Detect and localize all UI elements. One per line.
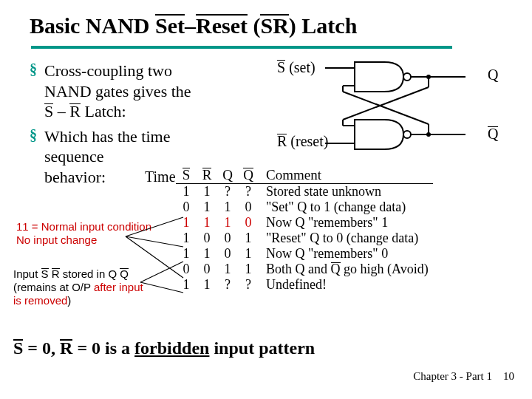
- svg-point-10: [426, 75, 431, 79]
- bullet-icon: §: [30, 61, 37, 78]
- table-header: S R Q Q Comment: [176, 167, 433, 184]
- signal-r-label: R (reset): [277, 133, 328, 150]
- forbidden-note: S = 0, R = 0 is a forbidden input patter…: [13, 338, 315, 358]
- table-row: 0110"Set" Q to 1 (change data): [176, 200, 433, 215]
- table-row: 1101Now Q "remembers" 0: [176, 246, 433, 262]
- svg-point-15: [426, 132, 431, 137]
- table-row: 1001"Reset" Q to 0 (change data): [176, 231, 433, 246]
- time-label: Time: [145, 168, 176, 185]
- bullet-icon: §: [30, 126, 37, 144]
- signal-s-label: S (set): [277, 59, 316, 76]
- signal-q-label: Q: [488, 66, 498, 83]
- truth-table: S R Q Q Comment 11??Stored state unknown…: [176, 167, 433, 293]
- signal-qbar-label: Q: [488, 126, 498, 143]
- svg-point-1: [403, 131, 411, 138]
- footer: Chapter 3 - Part 1 10: [413, 370, 514, 383]
- table-row: 11??Undefined!: [176, 277, 433, 293]
- table-row: 0011Both Q and Q go high (Avoid): [176, 262, 433, 277]
- slide-title: Basic NAND Set–Reset (SR) Latch: [0, 0, 532, 44]
- bullet-text: Cross-coupling two NAND gates gives the …: [44, 61, 191, 122]
- table-row: 1110Now Q "remembers" 1: [176, 215, 433, 231]
- svg-point-0: [403, 73, 411, 81]
- title-divider: [31, 46, 452, 49]
- table-row: 11??Stored state unknown: [176, 184, 433, 200]
- note-stored: Input S R stored in Q Q (remains at O/P …: [13, 267, 143, 307]
- note-normal-input: 11 = Normal input conditionNo input chan…: [16, 220, 151, 247]
